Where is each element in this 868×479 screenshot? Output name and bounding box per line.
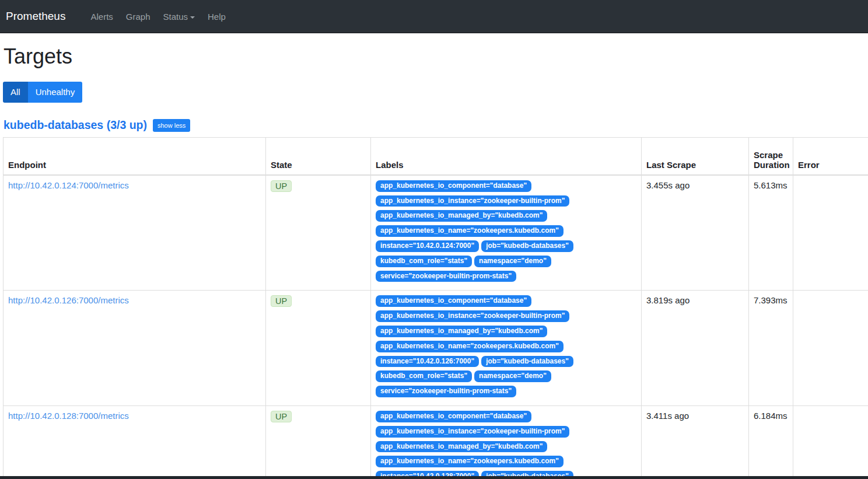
label-badge: service="zookeeper-builtin-prom-stats" (376, 386, 516, 397)
table-row: http://10.42.0.128:7000/metrics UP app_k… (4, 405, 868, 479)
error-value (793, 175, 868, 291)
scrape-duration-value: 6.184ms (749, 405, 793, 479)
label-badge: app_kubernetes_io_component="database" (376, 180, 531, 192)
filter-all-button[interactable]: All (3, 82, 28, 103)
last-scrape-value: 3.455s ago (642, 175, 749, 291)
label-badge: kubedb_com_role="stats" (376, 256, 472, 267)
nav-item-status-label: Status (163, 12, 188, 22)
nav-item-alerts[interactable]: Alerts (84, 12, 119, 22)
show-less-button[interactable]: show less (153, 119, 190, 132)
table-row: http://10.42.0.124:7000/metrics UP app_k… (4, 175, 868, 291)
label-badge: app_kubernetes_io_instance="zookeeper-bu… (376, 426, 569, 438)
column-header-labels: Labels (371, 138, 642, 175)
nav-item-status[interactable]: Status (157, 12, 202, 22)
filter-unhealthy-button[interactable]: Unhealthy (28, 82, 83, 103)
nav-item-help[interactable]: Help (201, 12, 232, 22)
label-badge: app_kubernetes_io_name="zookeepers.kubed… (376, 456, 564, 467)
state-badge: UP (271, 295, 292, 307)
scrape-duration-value: 7.393ms (749, 291, 793, 406)
label-badge: job="kubedb-databases" (481, 356, 573, 368)
column-header-error: Error (793, 138, 868, 175)
table-header-row: Endpoint State Labels Last Scrape Scrape… (4, 138, 868, 175)
label-badge: job="kubedb-databases" (481, 240, 573, 252)
label-badge: app_kubernetes_io_component="database" (376, 295, 531, 307)
label-badge: kubedb_com_role="stats" (376, 370, 472, 382)
targets-table: Endpoint State Labels Last Scrape Scrape… (3, 137, 868, 479)
state-badge: UP (271, 411, 292, 422)
scrape-duration-value: 5.613ms (749, 175, 793, 291)
last-scrape-value: 3.819s ago (642, 291, 749, 406)
bottom-edge (0, 476, 868, 479)
label-badge: namespace="demo" (474, 256, 551, 267)
endpoint-link[interactable]: http://10.42.0.128:7000/metrics (8, 411, 129, 421)
label-badge: app_kubernetes_io_managed_by="kubedb.com… (376, 441, 547, 453)
page-content: Targets All Unhealthy kubedb-databases (… (0, 44, 868, 479)
label-badge: app_kubernetes_io_instance="zookeeper-bu… (376, 195, 569, 207)
brand-prometheus[interactable]: Prometheus (5, 10, 71, 23)
column-header-state: State (266, 138, 371, 175)
labels-cell: app_kubernetes_io_component="database"ap… (376, 180, 636, 286)
table-row: http://10.42.0.126:7000/metrics UP app_k… (4, 291, 868, 406)
column-header-endpoint: Endpoint (4, 138, 266, 175)
error-value (793, 291, 868, 406)
labels-cell: app_kubernetes_io_component="database"ap… (376, 411, 636, 479)
label-badge: app_kubernetes_io_component="database" (376, 411, 531, 422)
chevron-down-icon (190, 16, 195, 19)
label-badge: app_kubernetes_io_name="zookeepers.kubed… (376, 341, 564, 352)
label-badge: app_kubernetes_io_name="zookeepers.kubed… (376, 225, 564, 237)
endpoint-link[interactable]: http://10.42.0.126:7000/metrics (8, 295, 129, 305)
endpoint-link[interactable]: http://10.42.0.124:7000/metrics (8, 180, 129, 190)
navbar: Prometheus Alerts Graph Status Help (0, 0, 868, 33)
label-badge: instance="10.42.0.124:7000" (376, 240, 479, 252)
label-badge: app_kubernetes_io_managed_by="kubedb.com… (376, 326, 547, 337)
page-title: Targets (4, 44, 868, 69)
job-heading: kubedb-databases (3/3 up) (4, 118, 147, 132)
label-badge: app_kubernetes_io_managed_by="kubedb.com… (376, 210, 547, 222)
column-header-scrape-duration: Scrape Duration (749, 138, 793, 175)
last-scrape-value: 3.411s ago (642, 405, 749, 479)
label-badge: instance="10.42.0.126:7000" (376, 356, 479, 368)
error-value (793, 405, 868, 479)
label-badge: service="zookeeper-builtin-prom-stats" (376, 271, 516, 282)
state-filter-group: All Unhealthy (3, 82, 82, 103)
state-badge: UP (271, 180, 292, 192)
nav-item-graph[interactable]: Graph (120, 12, 157, 22)
label-badge: namespace="demo" (474, 370, 551, 382)
job-header: kubedb-databases (3/3 up) show less (4, 118, 868, 132)
column-header-last-scrape: Last Scrape (642, 138, 749, 175)
labels-cell: app_kubernetes_io_component="database"ap… (376, 295, 636, 401)
label-badge: app_kubernetes_io_instance="zookeeper-bu… (376, 310, 569, 322)
